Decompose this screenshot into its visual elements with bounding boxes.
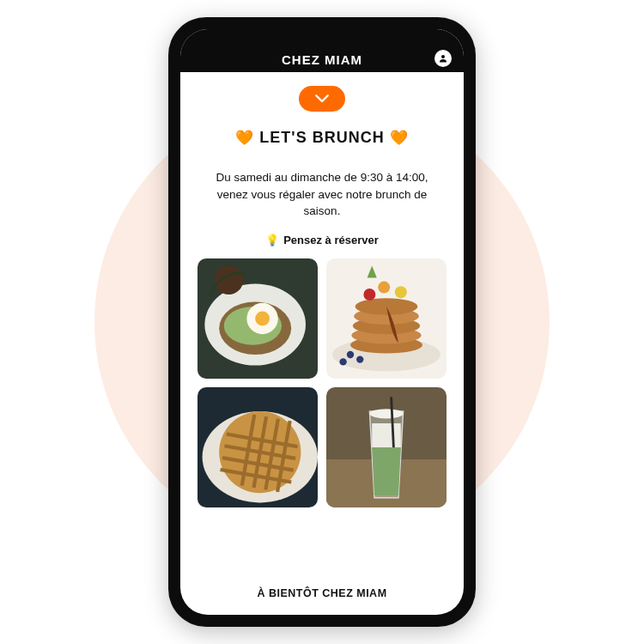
gallery-item[interactable] xyxy=(326,258,447,379)
svg-point-16 xyxy=(395,286,407,298)
svg-point-18 xyxy=(347,350,354,357)
collapse-button[interactable] xyxy=(299,86,345,112)
main-content: 🧡 LET'S BRUNCH 🧡 Du samedi au dimanche d… xyxy=(180,72,464,615)
svg-point-15 xyxy=(363,289,375,301)
section-title: 🧡 LET'S BRUNCH 🧡 xyxy=(235,129,408,147)
gallery-item[interactable] xyxy=(326,387,447,507)
heart-icon: 🧡 xyxy=(235,129,254,147)
svg-point-17 xyxy=(378,281,390,293)
gallery-item[interactable] xyxy=(197,258,318,379)
svg-point-0 xyxy=(441,55,445,58)
svg-point-34 xyxy=(369,409,403,418)
phone-frame: CHEZ MIAM 🧡 LET'S BRUNCH 🧡 Du samedi au … xyxy=(168,17,476,627)
svg-point-6 xyxy=(255,311,270,325)
profile-icon[interactable] xyxy=(434,50,452,67)
bulb-icon: 💡 xyxy=(265,234,279,246)
cta-text: Pensez à réserver xyxy=(283,234,379,246)
svg-point-20 xyxy=(339,358,346,365)
svg-point-19 xyxy=(356,355,363,362)
gallery-item[interactable] xyxy=(197,387,318,507)
phone-notch xyxy=(254,29,390,50)
footer-text: À BIENTÔT CHEZ MIAM xyxy=(257,577,386,605)
section-description: Du samedi au dimanche de 9:30 à 14:00, v… xyxy=(197,169,447,220)
app-screen: CHEZ MIAM 🧡 LET'S BRUNCH 🧡 Du samedi au … xyxy=(180,29,464,615)
food-gallery xyxy=(197,258,447,507)
cta-row: 💡 Pensez à réserver xyxy=(265,234,379,246)
header-title: CHEZ MIAM xyxy=(282,52,362,67)
heart-icon: 🧡 xyxy=(390,129,409,147)
chevron-down-icon xyxy=(314,93,330,105)
section-title-text: LET'S BRUNCH xyxy=(259,129,384,147)
